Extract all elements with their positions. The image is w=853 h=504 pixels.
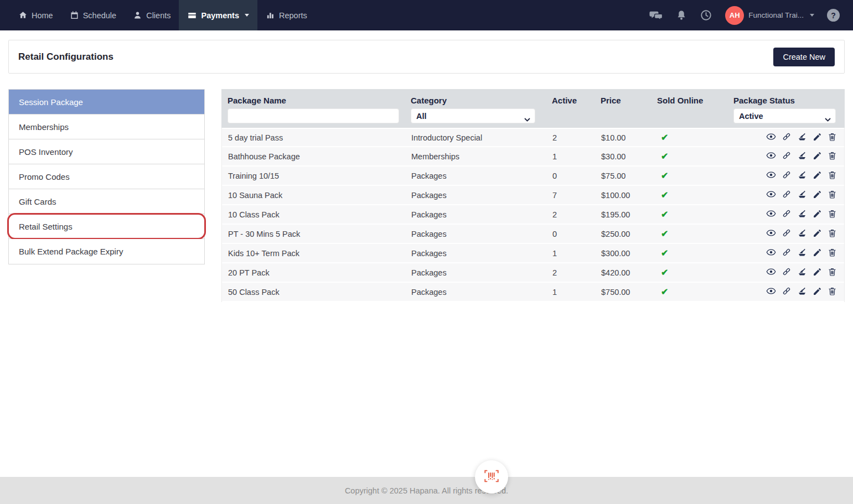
delete-button[interactable] (828, 247, 837, 259)
import-button[interactable] (797, 228, 807, 240)
avatar: AH (725, 6, 744, 25)
copy-link-button[interactable] (782, 247, 792, 259)
package-name-cell: Bathhouse Package (222, 152, 405, 161)
nav-tab-home[interactable]: Home (10, 0, 61, 30)
edit-button[interactable] (813, 170, 822, 181)
help-icon[interactable]: ? (827, 9, 840, 22)
bar-chart-icon (266, 11, 275, 20)
sidebar-item-gift-cards[interactable]: Gift Cards (9, 189, 204, 214)
copy-link-button[interactable] (782, 189, 792, 201)
category-filter-select[interactable]: All (411, 108, 535, 123)
footer: Copyright © 2025 Hapana. All rights rese… (0, 477, 853, 504)
import-button[interactable] (797, 150, 807, 162)
create-new-button[interactable]: Create New (773, 48, 835, 66)
link-icon (782, 170, 792, 181)
copy-link-button[interactable] (782, 170, 792, 181)
sidebar-item-label: Bulk Extend Package Expiry (19, 247, 123, 256)
edit-button[interactable] (813, 267, 822, 278)
clock-icon[interactable] (700, 9, 712, 22)
trash-icon (828, 190, 837, 201)
home-icon (18, 11, 28, 20)
sidebar-item-memberships[interactable]: Memberships (9, 115, 204, 139)
import-icon (797, 150, 807, 162)
sold-online-cell: ✔ (652, 228, 728, 239)
package-name-filter-input[interactable] (228, 108, 399, 123)
check-icon: ✔ (661, 133, 668, 142)
sold-online-cell: ✔ (652, 151, 728, 162)
delete-button[interactable] (828, 267, 837, 278)
view-button[interactable] (766, 189, 776, 201)
link-icon (782, 150, 792, 162)
package-name-cell: 10 Sauna Pack (222, 191, 405, 200)
view-button[interactable] (766, 132, 776, 143)
import-button[interactable] (797, 170, 807, 181)
package-status-filter-select[interactable]: Active (733, 108, 836, 123)
view-button[interactable] (766, 247, 776, 259)
main-content: Session Package Memberships POS Inventor… (8, 89, 845, 302)
sidebar-item-label: Memberships (19, 122, 69, 132)
barcode-scan-button[interactable] (475, 460, 508, 493)
view-button[interactable] (766, 209, 776, 220)
price-cell: $750.00 (595, 288, 652, 297)
import-icon (797, 247, 807, 259)
edit-button[interactable] (813, 247, 822, 259)
edit-button[interactable] (813, 189, 822, 201)
import-icon (797, 170, 807, 181)
import-button[interactable] (797, 132, 807, 143)
trash-icon (828, 151, 837, 162)
nav-tab-payments[interactable]: Payments (179, 0, 257, 30)
delete-button[interactable] (828, 189, 837, 201)
nav-tab-reports[interactable]: Reports (257, 0, 316, 30)
sidebar-item-promo-codes[interactable]: Promo Codes (9, 164, 204, 189)
delete-button[interactable] (828, 150, 837, 162)
edit-button[interactable] (813, 286, 822, 298)
edit-button[interactable] (813, 228, 822, 240)
active-count-cell: 2 (546, 133, 595, 142)
nav-tab-label: Home (32, 11, 53, 20)
delete-button[interactable] (828, 170, 837, 181)
import-button[interactable] (797, 209, 807, 220)
import-button[interactable] (797, 267, 807, 278)
copy-link-button[interactable] (782, 132, 792, 143)
copy-link-button[interactable] (782, 228, 792, 240)
bell-icon[interactable] (676, 9, 687, 22)
delete-button[interactable] (828, 209, 837, 220)
sidebar-item-retail-settings[interactable]: Retail Settings (9, 214, 204, 239)
nav-tab-clients[interactable]: Clients (125, 0, 179, 30)
nav-tab-schedule[interactable]: Schedule (61, 0, 125, 30)
sold-online-cell: ✔ (652, 170, 728, 181)
link-icon (782, 286, 792, 298)
import-button[interactable] (797, 189, 807, 201)
account-menu[interactable]: AH Functional Trai... (725, 6, 814, 25)
sidebar-item-bulk-extend-package-expiry[interactable]: Bulk Extend Package Expiry (9, 239, 204, 264)
row-actions (728, 132, 844, 143)
view-button[interactable] (766, 267, 776, 278)
copy-link-button[interactable] (782, 286, 792, 298)
view-button[interactable] (766, 228, 776, 240)
delete-button[interactable] (828, 286, 837, 298)
import-button[interactable] (797, 286, 807, 298)
import-icon (797, 209, 807, 220)
nav-tab-label: Payments (201, 11, 239, 20)
import-button[interactable] (797, 247, 807, 259)
row-actions (728, 189, 844, 201)
package-name-cell: 20 PT Pack (222, 268, 405, 277)
pencil-icon (813, 248, 822, 259)
delete-button[interactable] (828, 132, 837, 143)
category-cell: Packages (405, 268, 546, 277)
copy-link-button[interactable] (782, 150, 792, 162)
sidebar-item-pos-inventory[interactable]: POS Inventory (9, 139, 204, 164)
view-button[interactable] (766, 150, 776, 162)
sidebar-item-session-package[interactable]: Session Package (9, 90, 204, 115)
view-button[interactable] (766, 286, 776, 298)
copy-link-button[interactable] (782, 267, 792, 278)
price-cell: $300.00 (595, 249, 652, 258)
delete-button[interactable] (828, 228, 837, 240)
chat-icon[interactable] (649, 9, 663, 22)
copy-link-button[interactable] (782, 209, 792, 220)
edit-button[interactable] (813, 132, 822, 143)
view-button[interactable] (766, 170, 776, 181)
link-icon (782, 228, 792, 240)
edit-button[interactable] (813, 150, 822, 162)
edit-button[interactable] (813, 209, 822, 220)
